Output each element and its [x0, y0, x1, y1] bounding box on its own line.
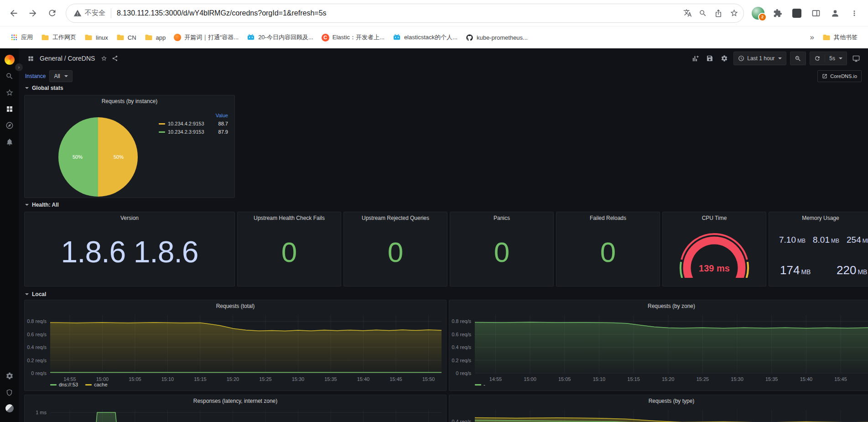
refresh-picker[interactable]: 5s — [810, 52, 847, 65]
legend-value-header[interactable]: Value — [159, 113, 228, 118]
dashboard-settings-button[interactable] — [719, 53, 730, 64]
svg-text:15:25: 15:25 — [696, 376, 709, 382]
url-text[interactable]: 8.130.112.135:3000/d/wY4blRMGz/coredns?o… — [117, 9, 680, 17]
svg-text:50%: 50% — [73, 154, 83, 160]
panel-title[interactable]: Requests (total) — [25, 300, 446, 312]
browser-toolbar: 不安全 8.130.112.135:3000/d/wY4blRMGz/cored… — [0, 0, 868, 26]
svg-text:14:55: 14:55 — [489, 376, 502, 382]
panel-title[interactable]: Requests (by zone) — [449, 300, 868, 312]
apps-grid-icon — [10, 34, 18, 41]
forward-button[interactable] — [24, 4, 42, 22]
svg-text:15:40: 15:40 — [800, 376, 813, 382]
star-icon — [730, 9, 738, 17]
favorite-star-button[interactable] — [99, 53, 109, 64]
sidebar-item-dashboards[interactable] — [0, 102, 19, 116]
sidebar-item-user-profile[interactable] — [0, 401, 19, 415]
memory-value: 220MB — [837, 263, 867, 277]
bookmark-item[interactable]: kube-prometheus... — [462, 31, 532, 44]
star-icon — [5, 89, 14, 97]
share-dashboard-button[interactable] — [109, 53, 120, 64]
bookmarks-overflow-button[interactable]: » — [806, 31, 818, 44]
svg-text:0.4 req/s: 0.4 req/s — [452, 344, 471, 350]
external-link-icon — [822, 73, 827, 79]
variable-value: All — [54, 73, 60, 79]
share-button[interactable] — [711, 5, 726, 21]
bookmark-item[interactable]: elasticstack的个人... — [389, 31, 462, 44]
back-button[interactable] — [5, 4, 23, 22]
bilibili-icon — [393, 33, 401, 42]
dashboard-subnav: Instance All CoreDNS.io — [19, 68, 868, 84]
bookmark-item[interactable]: app — [140, 31, 170, 44]
svg-text:0.2 req/s: 0.2 req/s — [27, 358, 47, 363]
save-dashboard-button[interactable] — [704, 53, 715, 64]
bookmark-item[interactable]: 20-今日内容回顾及... — [243, 31, 317, 44]
other-bookmarks-button[interactable]: 其他书签 — [818, 31, 862, 44]
bookmark-label: 工作网页 — [52, 33, 76, 42]
svg-text:15:00: 15:00 — [524, 376, 536, 382]
legend-item[interactable]: cache — [85, 382, 107, 387]
coredns-link-button[interactable]: CoreDNS.io — [817, 70, 862, 82]
bookmark-star-button[interactable] — [726, 5, 742, 21]
pie-chart: 50%50%Value10.234.4.2:915388.710.234.2.3… — [25, 95, 234, 198]
instance-variable-dropdown[interactable]: All — [49, 70, 72, 82]
url-bar[interactable]: 不安全 8.130.112.135:3000/d/wY4blRMGz/cored… — [66, 4, 744, 23]
translate-button[interactable] — [680, 5, 695, 21]
bookmark-item[interactable]: CN — [112, 31, 140, 44]
svg-text:15:20: 15:20 — [227, 376, 239, 382]
bookmark-label: Elastic：开发者上... — [333, 33, 385, 42]
bookmark-label: app — [156, 34, 166, 41]
svg-text:14:55: 14:55 — [63, 376, 76, 382]
apps-shortcut[interactable]: 应用 — [6, 31, 37, 44]
sidebar-item-explore[interactable] — [0, 119, 19, 132]
panel-title[interactable]: Requests (by type) — [449, 395, 868, 407]
pie-legend: Value10.234.4.2:915388.710.234.2.3:91538… — [159, 113, 228, 135]
sidebar-item-search[interactable] — [0, 69, 19, 83]
sidebar-item-configuration[interactable] — [0, 369, 19, 383]
profile-avatar[interactable]: 2 — [752, 7, 764, 20]
section-health[interactable]: Health: All — [25, 202, 59, 208]
svg-text:15:40: 15:40 — [357, 376, 370, 382]
zoom-out-button[interactable] — [790, 52, 806, 65]
tv-mode-button[interactable] — [851, 53, 862, 64]
extension-shortcut-button[interactable] — [788, 4, 806, 22]
bookmark-item[interactable]: 工作网页 — [37, 31, 80, 44]
folder-icon — [41, 33, 49, 42]
reload-button[interactable] — [43, 4, 61, 22]
user-button[interactable] — [826, 4, 844, 22]
panel-title[interactable]: CPU Time — [663, 212, 766, 224]
menu-button[interactable] — [845, 4, 863, 22]
bookmark-label: CN — [128, 34, 136, 41]
svg-text:15:45: 15:45 — [834, 376, 847, 382]
bookmark-item[interactable]: C Elastic：开发者上... — [317, 31, 389, 44]
zoom-out-icon — [795, 55, 801, 62]
side-panel-button[interactable] — [807, 4, 825, 22]
sidebar-item-alerting[interactable] — [0, 135, 19, 149]
legend-item[interactable]: 10.234.4.2:915388.7 — [159, 121, 228, 126]
sidebar-item-starred[interactable] — [0, 86, 19, 99]
panel-version: Version 1.8.6 1.8.6 — [24, 212, 235, 287]
dashboards-grid-icon — [5, 105, 14, 113]
time-range-picker[interactable]: Last 1 hour — [733, 52, 786, 65]
add-panel-button[interactable] — [690, 53, 701, 64]
panel-title[interactable]: Memory Usage — [769, 212, 868, 224]
svg-text:1 ms: 1 ms — [36, 410, 47, 415]
breadcrumb[interactable]: General / CoreDNS — [40, 55, 95, 62]
bookmark-item[interactable]: 开篇词｜打通“容器... — [170, 31, 243, 44]
svg-text:15:10: 15:10 — [161, 376, 174, 382]
bookmark-item[interactable]: linux — [80, 31, 112, 44]
sidebar-expand-button[interactable]: › — [15, 63, 23, 71]
security-indicator[interactable]: 不安全 — [73, 9, 105, 17]
timeseries-chart: 14:5515:0015:0515:1015:1515:2015:2515:30… — [449, 407, 868, 422]
section-local[interactable]: Local — [25, 291, 46, 297]
legend-item[interactable]: dns://:53 — [50, 382, 78, 387]
panel-title[interactable]: Responses (latency, internet zone) — [25, 395, 446, 407]
avatar-badge: 2 — [758, 13, 767, 21]
extensions-button[interactable] — [769, 4, 787, 22]
side-panel-icon — [811, 9, 821, 18]
legend-item[interactable]: - — [475, 382, 485, 387]
zoom-button[interactable] — [695, 5, 711, 21]
sidebar-item-server-admin[interactable] — [0, 386, 19, 399]
section-global-stats[interactable]: Global stats — [25, 85, 63, 91]
extension-icon — [792, 9, 801, 18]
legend-item[interactable]: 10.234.2.3:915387.9 — [159, 129, 228, 135]
